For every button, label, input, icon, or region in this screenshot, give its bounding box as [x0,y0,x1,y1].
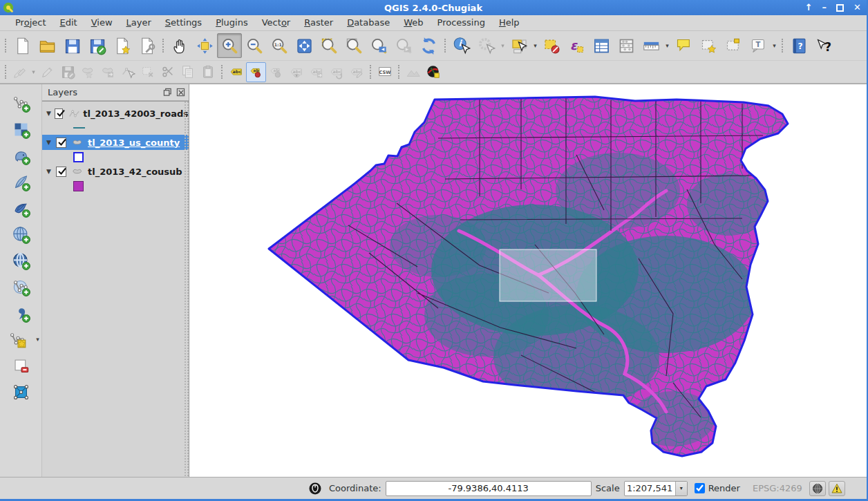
scale-combobox[interactable]: 1:207,541 ▾ [624,481,688,496]
render-checkbox[interactable] [695,483,705,493]
titlebar[interactable]: QGIS 2.4.0-Chugiak ↑ – ✕ [0,0,867,15]
layer-visibility-checkbox[interactable] [55,108,64,119]
polygon-nodes-tool-button[interactable] [8,379,33,404]
new-print-composer-button[interactable] [109,33,134,58]
refresh-map-button[interactable] [416,33,441,58]
scale-dropdown-icon[interactable]: ▾ [675,482,687,495]
menu-vector[interactable]: Vector [255,15,297,30]
crs-status-button[interactable] [809,481,826,496]
layer-item-tl_2013_42003_roads[interactable]: ▼tl_2013_42003_roads [42,106,189,121]
menu-database[interactable]: Database [340,15,397,30]
deselect-features-button[interactable] [539,33,564,58]
new-bookmark-button[interactable] [696,33,721,58]
menu-layer[interactable]: Layer [120,15,158,30]
layer-visibility-checkbox[interactable] [56,138,66,148]
identify-features-button[interactable] [449,33,474,58]
whats-this-button[interactable] [811,33,836,58]
close-button[interactable]: ✕ [853,0,861,15]
menu-help[interactable]: Help [492,15,527,30]
menu-project[interactable]: Project [8,15,53,30]
metasearch-csw-button[interactable] [375,62,395,82]
menu-settings[interactable]: Settings [158,15,209,30]
add-spatialite-layer-button[interactable] [8,169,33,194]
measure-line-dropdown-icon[interactable]: ▾ [663,42,671,49]
layer-visibility-checkbox[interactable] [56,167,66,177]
zoom-to-selection-button[interactable] [317,33,341,58]
zoom-to-layer-button[interactable] [341,33,366,58]
panel-scrollbar[interactable] [184,101,189,477]
maximize-button[interactable] [836,4,844,12]
pan-map-to-selection-button[interactable] [192,33,217,58]
zoom-native-button[interactable] [267,33,292,58]
add-wcs-layer-button[interactable] [8,248,33,273]
globe-plugin-button[interactable] [423,62,443,82]
metasearch-csw-icon [377,64,393,79]
move-label-icon [309,64,324,79]
menu-web[interactable]: Web [397,15,430,30]
layer-labeling-options-button[interactable] [226,62,246,82]
run-feature-action-dropdown-icon[interactable]: ▾ [499,42,507,49]
menu-raster[interactable]: Raster [297,15,340,30]
close-panel-button[interactable] [176,87,186,97]
new-shapefile-layer-dropdown-icon[interactable]: ▾ [34,336,41,343]
add-wfs-layer-button[interactable] [8,274,33,299]
menu-edit[interactable]: Edit [53,15,84,30]
float-panel-button[interactable] [162,87,173,97]
map-tips-button[interactable] [671,33,696,58]
log-messages-button[interactable] [829,481,845,496]
zoom-out-button[interactable] [242,33,267,58]
coordinate-input[interactable] [386,481,592,496]
add-raster-layer-button[interactable] [8,117,33,142]
minimize-button[interactable]: – [822,0,827,15]
map-canvas[interactable] [189,84,867,477]
measure-line-button[interactable] [639,33,663,58]
toolbar-grip [5,65,6,79]
save-project-button[interactable] [59,33,84,58]
copy-features-button [178,62,198,82]
menu-view[interactable]: View [84,15,120,30]
menu-plugins[interactable]: Plugins [209,15,255,30]
add-postgis-layer-button[interactable] [8,143,33,168]
layer-item-tl_2013_42_cousub[interactable]: ▼tl_2013_42_cousub [42,164,189,179]
text-annotation-button[interactable] [746,33,771,58]
new-shapefile-layer-button[interactable] [6,327,30,352]
help-contents-button[interactable] [786,33,811,58]
layers-panel-title: Layers [48,87,160,97]
add-mssql-layer-button[interactable] [8,196,33,220]
remove-layer-button[interactable] [8,353,33,378]
pin-unpin-labels-button[interactable] [246,62,266,82]
add-wms-layer-button[interactable] [8,222,33,247]
zoom-in-button[interactable] [217,33,242,58]
add-mssql-layer-icon [12,199,30,218]
field-calculator-button[interactable] [614,33,639,58]
zoom-to-layer-icon [345,37,364,55]
node-tool-button [117,62,138,82]
zoom-full-button[interactable] [292,33,317,58]
select-features-dropdown-icon[interactable]: ▾ [531,42,539,49]
toggle-editing-icon [40,64,55,79]
open-attribute-table-button[interactable] [589,33,614,58]
save-project-as-button[interactable] [84,33,109,58]
shade-button[interactable]: ↑ [805,0,813,15]
expander-icon[interactable]: ▼ [46,168,56,175]
expander-icon[interactable]: ▼ [46,139,56,146]
pan-map-button[interactable] [167,33,192,58]
open-project-button[interactable] [35,33,59,58]
text-annotation-dropdown-icon[interactable]: ▾ [771,42,778,49]
composer-manager-button[interactable] [134,33,159,58]
select-by-expression-button[interactable] [564,33,589,58]
current-edits-dropdown-icon[interactable]: ▾ [30,68,37,75]
layer-item-tl_2013_us_county[interactable]: ▼tl_2013_us_county [42,135,189,150]
add-delimited-text-layer-button[interactable] [8,301,33,325]
window-title: QGIS 2.4.0-Chugiak [0,3,867,13]
layer-legend-row [42,121,189,135]
zoom-last-button[interactable] [366,33,391,58]
new-project-button[interactable] [10,33,35,58]
menu-processing[interactable]: Processing [431,15,492,30]
select-features-button[interactable] [507,33,531,58]
expander-icon[interactable]: ▼ [46,110,55,117]
show-hide-labels-icon [289,64,304,79]
add-vector-layer-button[interactable] [8,91,33,115]
show-bookmarks-button[interactable] [721,33,746,58]
render-label: Render [708,483,740,493]
